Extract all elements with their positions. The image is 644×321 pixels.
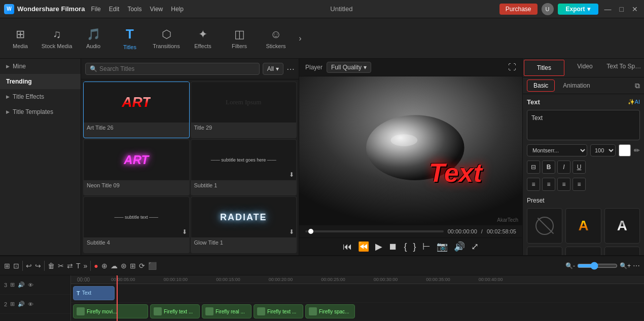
mark-out-button[interactable]: } bbox=[413, 242, 416, 252]
sidebar-item-mine[interactable]: ▶ Mine bbox=[0, 59, 81, 74]
menu-file[interactable]: File bbox=[91, 6, 100, 13]
sidebar-item-trending[interactable]: Trending bbox=[0, 74, 81, 89]
tl-text-button[interactable]: T bbox=[76, 262, 81, 270]
subtab-basic[interactable]: Basic bbox=[527, 79, 555, 92]
snapshot-button[interactable]: 📷 bbox=[437, 241, 448, 252]
align-center-button[interactable]: ≡ bbox=[542, 178, 555, 191]
preset-none[interactable] bbox=[527, 208, 562, 244]
search-input[interactable] bbox=[99, 65, 255, 72]
tl-cut-button[interactable]: ✂ bbox=[58, 262, 64, 270]
menu-view[interactable]: View bbox=[150, 6, 163, 13]
copy-icon[interactable]: ⧉ bbox=[635, 82, 640, 90]
tool-audio[interactable]: 🎵 Audio bbox=[75, 21, 112, 56]
avatar[interactable]: U bbox=[542, 3, 554, 15]
clip-firefly-text-1[interactable]: Firefly text ... bbox=[150, 304, 200, 318]
underline-button[interactable]: U bbox=[573, 160, 586, 174]
ai-button[interactable]: ✨AI bbox=[628, 99, 640, 105]
tab-titles[interactable]: Titles bbox=[524, 60, 564, 76]
step-back-button[interactable]: ⏪ bbox=[358, 241, 369, 252]
track-2-audio-button[interactable]: 🔊 bbox=[18, 301, 25, 307]
tab-video[interactable]: Video bbox=[565, 59, 605, 77]
tl-more-button[interactable]: » bbox=[84, 262, 88, 270]
fit-button[interactable]: ⤢ bbox=[471, 241, 479, 252]
track-3-add-button[interactable]: ⊞ bbox=[10, 282, 15, 288]
tl-blend-button[interactable]: ⊕ bbox=[101, 262, 108, 270]
tl-delete2-button[interactable]: ⬛ bbox=[148, 262, 157, 270]
quality-select[interactable]: Full Quality ▾ bbox=[327, 62, 371, 73]
mark-in-button[interactable]: { bbox=[404, 242, 407, 252]
align-justify-button[interactable]: ≡ bbox=[573, 178, 586, 191]
playhead[interactable] bbox=[117, 275, 118, 321]
stop-button[interactable]: ⏹ bbox=[388, 242, 398, 252]
skip-back-button[interactable]: ⏮ bbox=[343, 242, 352, 252]
tool-stickers[interactable]: ☺ Stickers bbox=[258, 21, 294, 56]
tl-cloud-button[interactable]: ☁ bbox=[111, 262, 118, 270]
clip-firefly-movi[interactable]: Firefly movi... bbox=[73, 304, 148, 318]
tool-titles[interactable]: T Titles bbox=[112, 21, 148, 56]
menu-help[interactable]: Help bbox=[171, 6, 184, 13]
align-left-button[interactable]: ≡ bbox=[527, 178, 540, 191]
content-more-button[interactable]: ⋯ bbox=[287, 64, 295, 74]
tl-undo-button[interactable]: ↩ bbox=[26, 262, 32, 270]
font-size-select[interactable]: 100 bbox=[590, 144, 616, 156]
close-button[interactable]: ✕ bbox=[630, 5, 640, 13]
sidebar-item-title-templates[interactable]: ▶ Title Templates bbox=[0, 104, 81, 119]
tool-filters[interactable]: ◫ Filters bbox=[221, 21, 258, 56]
tool-transitions[interactable]: ⬡ Transitions bbox=[148, 21, 185, 56]
content-item-art-title-26[interactable]: ART Art Title 26 bbox=[83, 82, 190, 138]
filter-all-button[interactable]: All ▾ bbox=[263, 63, 283, 75]
tool-effects[interactable]: ✦ Effects bbox=[185, 21, 221, 56]
eyedropper-button[interactable]: ✏ bbox=[634, 146, 640, 154]
content-item-neon-title-09[interactable]: ART Neon Title 09 bbox=[83, 139, 190, 196]
preset-outline[interactable]: A bbox=[565, 247, 601, 255]
zoom-slider[interactable] bbox=[577, 262, 618, 270]
align-right-button[interactable]: ≡ bbox=[557, 178, 570, 191]
preview-fullscreen-button[interactable]: ⛶ bbox=[508, 63, 516, 72]
tool-stock-media[interactable]: ♫ Stock Media bbox=[39, 21, 75, 56]
preset-gold[interactable]: A bbox=[565, 208, 601, 244]
track-3-audio-button[interactable]: 🔊 bbox=[18, 282, 25, 288]
tl-more-options[interactable]: ⋯ bbox=[633, 262, 640, 270]
content-item-subtitle-4[interactable]: —— subtitle text —— ⬇ Subtitle 4 bbox=[83, 196, 190, 253]
track-2-visibility-button[interactable]: 👁 bbox=[28, 301, 33, 307]
menu-tools[interactable]: Tools bbox=[127, 6, 141, 13]
clip-firefly-real[interactable]: Firefly real ... bbox=[202, 304, 252, 318]
content-item-subtitle-1[interactable]: —— subtitle text goes here —— ⬇ Subtitle… bbox=[191, 139, 297, 196]
tool-media[interactable]: ⊞ Media bbox=[2, 21, 39, 56]
track-2-add-button[interactable]: ⊞ bbox=[10, 301, 15, 307]
italic-button[interactable]: I bbox=[557, 160, 570, 174]
menu-edit[interactable]: Edit bbox=[109, 6, 120, 13]
bold-button[interactable]: B bbox=[542, 160, 555, 174]
preset-chrome[interactable]: A bbox=[604, 208, 640, 244]
clip-firefly-text-2[interactable]: Firefly text ... bbox=[254, 304, 303, 318]
font-select[interactable]: Montserr... bbox=[527, 144, 587, 156]
content-item-title-29[interactable]: Lorem Ipsum Title 29 bbox=[191, 82, 297, 138]
tl-shuffle-button[interactable]: ⇄ bbox=[67, 262, 73, 270]
add-to-timeline-button[interactable]: ⊢ bbox=[422, 241, 431, 252]
purchase-button[interactable]: Purchase bbox=[499, 4, 538, 15]
maximize-button[interactable]: □ bbox=[618, 5, 626, 13]
time-progress-bar[interactable] bbox=[305, 230, 444, 232]
tl-speed-button[interactable]: ⊛ bbox=[121, 262, 127, 270]
tl-add-track-button[interactable]: ⊞ bbox=[4, 262, 10, 270]
preset-neon[interactable]: A bbox=[604, 247, 640, 255]
text-input[interactable]: Text bbox=[527, 110, 640, 140]
content-item-glow-title-1[interactable]: RADIATE ⬇ Glow Title 1 bbox=[191, 196, 297, 253]
tl-record-button[interactable]: ● bbox=[94, 262, 98, 270]
audio-button[interactable]: 🔊 bbox=[454, 241, 465, 252]
sidebar-item-title-effects[interactable]: ▶ Title Effects bbox=[0, 89, 81, 104]
play-button[interactable]: ▶ bbox=[375, 241, 382, 252]
preset-blue[interactable]: A bbox=[527, 247, 562, 255]
toolbar-more[interactable]: › bbox=[294, 21, 306, 56]
tl-split-button[interactable]: ⊡ bbox=[13, 262, 19, 270]
tl-rotate-button[interactable]: ⟳ bbox=[139, 262, 145, 270]
tab-text-to-speech[interactable]: Text To Spee... bbox=[604, 59, 644, 77]
tl-grid-button[interactable]: ⊞ bbox=[130, 262, 136, 270]
color-swatch[interactable] bbox=[619, 144, 631, 156]
tl-redo-button[interactable]: ↪ bbox=[35, 262, 41, 270]
minimize-button[interactable]: — bbox=[602, 5, 614, 13]
columns-button[interactable]: ⊟ bbox=[527, 160, 540, 174]
tl-delete-button[interactable]: 🗑 bbox=[48, 262, 55, 270]
track-3-visibility-button[interactable]: 👁 bbox=[28, 282, 33, 288]
clip-text[interactable]: T Text bbox=[73, 286, 115, 300]
